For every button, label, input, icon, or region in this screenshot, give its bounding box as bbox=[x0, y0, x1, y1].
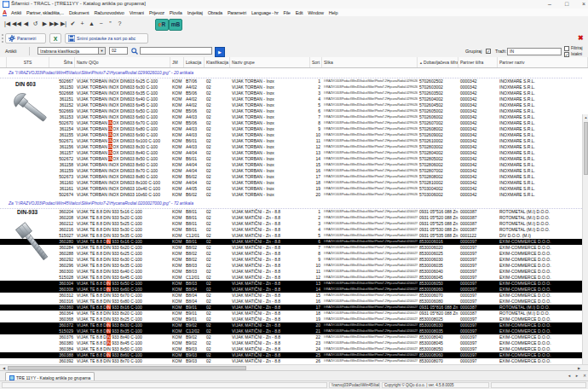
column-header-sort[interactable]: Sort bbox=[310, 57, 322, 67]
next-icon[interactable]: ▶ bbox=[40, 18, 49, 30]
artikli-tab-label[interactable]: Artikli bbox=[5, 49, 16, 54]
table-row[interactable]: 360212VIJAK TE 8.8 DIN 933 5x25 C-100KOM… bbox=[0, 221, 582, 227]
table-row[interactable]: 502674VIJAK TORBAN INOX DIN603 10x60 C-1… bbox=[0, 192, 582, 198]
table-row[interactable]: 360360VIJAK TE 8.8 DIN 933 8x16 C-100KOM… bbox=[0, 305, 582, 311]
column-header-naziv-qiqo[interactable]: Naziv QiQo bbox=[75, 57, 170, 67]
menu-item-artikli[interactable]: Artikli bbox=[11, 10, 21, 15]
column-header-slika[interactable]: Slika bbox=[322, 57, 418, 67]
table-row[interactable]: 502668VIJAK TORBAN INOX DIN603 6x35 C-10… bbox=[0, 90, 582, 96]
table-row[interactable]: 515029VIJAK TE 8.8 DIN 933 8x35 C-100KOM… bbox=[0, 328, 582, 334]
column-header-jm[interactable]: JM bbox=[170, 57, 184, 67]
table-row[interactable]: 515027VIJAK TE 8.8 DIN 933 5x35 C-100KOM… bbox=[0, 233, 582, 239]
close-panel-icon[interactable]: ✖ bbox=[578, 33, 584, 44]
menu-item-language-hr[interactable]: Language - hr bbox=[251, 10, 279, 15]
table-row[interactable]: 361158VIJAK TORBAN INOX DIN603 8x60 C-10… bbox=[0, 162, 582, 168]
table-row[interactable]: 502667VIJAK TORBAN INOX DIN603 6x25 C-10… bbox=[0, 78, 582, 84]
delete-icon[interactable]: − bbox=[96, 18, 106, 30]
menu-item-parametri[interactable]: Parametri bbox=[228, 10, 246, 15]
table-row[interactable]: 361160VIJAK TORBAN INOX DIN603 8x100 C-1… bbox=[0, 180, 582, 186]
menu-item-ra-unovodstvo[interactable]: Računovodstvo bbox=[94, 10, 124, 15]
table-row[interactable]: 361156VIJAK TORBAN INOX DIN603 8x30 C-10… bbox=[0, 144, 582, 150]
insert-icon[interactable]: + bbox=[78, 18, 87, 30]
minimize-button[interactable]: – bbox=[543, 0, 556, 9]
column-header-partner-naziv[interactable]: Partner naziv bbox=[498, 57, 588, 67]
table-row[interactable]: 361155VIJAK TORBAN INOX DIN603 6x90 C-10… bbox=[0, 132, 582, 138]
table-row[interactable]: 502671VIJAK TORBAN INOX DIN603 6x100 C-1… bbox=[0, 138, 582, 144]
trazi-input[interactable] bbox=[507, 48, 562, 55]
table-row[interactable]: 502669VIJAK TORBAN INOX DIN603 6x50 C-10… bbox=[0, 108, 582, 114]
horizontal-scrollbar[interactable]: ◀ ▶ bbox=[0, 364, 588, 370]
table-row[interactable]: 360368VIJAK TE 8.8 DIN 933 8x25 C-100KOM… bbox=[0, 316, 582, 322]
menu-item-plovila[interactable]: Plovila bbox=[170, 10, 182, 15]
table-row[interactable]: 360380VIJAK TE 8.8 DIN 933 8x45 C-100KOM… bbox=[0, 340, 582, 346]
er-button[interactable]: eR bbox=[155, 19, 169, 31]
column-header-lokacija[interactable]: Lokacija bbox=[184, 57, 205, 67]
table-row[interactable]: 360208VIJAK TE 8.8 DIN 933 5x20 C-100KOM… bbox=[0, 215, 582, 221]
column-header-dobavlja-eva-ifra-artikla[interactable]: ▲ Dobavljačeva šifra artikla bbox=[418, 57, 458, 67]
parametri-button[interactable]: Parametri bbox=[5, 33, 46, 44]
table-row[interactable]: 360304VIJAK TE 8.8 DIN 933 6x50 C-100KOM… bbox=[0, 281, 582, 287]
table-row[interactable]: 361152VIJAK TORBAN INOX DIN603 6x45 C-10… bbox=[0, 102, 582, 108]
first-icon[interactable]: |◀ bbox=[3, 18, 12, 30]
table-row[interactable]: 361157VIJAK TORBAN INOX DIN603 8x40 C-10… bbox=[0, 150, 582, 156]
menu-item-obrada[interactable]: Obrada bbox=[208, 10, 222, 15]
table-row[interactable]: 360392VIJAK TE 8.8 DIN 933 8x70 C-100KOM… bbox=[0, 358, 582, 364]
quick-search-input[interactable] bbox=[140, 47, 212, 55]
menu-item-izvje-taj[interactable]: Izvještaj bbox=[187, 10, 203, 15]
post-icon[interactable]: ✔ bbox=[68, 18, 78, 30]
search-icon[interactable] bbox=[131, 48, 138, 55]
prior-page-icon[interactable]: ◀◀ bbox=[12, 18, 21, 30]
last-icon[interactable]: ▶| bbox=[59, 18, 68, 30]
table-row[interactable]: 360388VIJAK TE 8.8 DIN 933 8x60 C-100KOM… bbox=[0, 352, 582, 358]
vertical-scrollbar[interactable]: ▲ ▼ bbox=[582, 114, 588, 389]
table-row[interactable]: 361159VIJAK TORBAN INOX DIN603 8x70 C-10… bbox=[0, 168, 582, 174]
table-row[interactable]: 360296VIJAK TE 8.8 DIN 933 6x35 C-100KOM… bbox=[0, 263, 582, 269]
table-row[interactable]: 361161VIJAK TORBAN INOX DIN603 10x40 C-1… bbox=[0, 186, 582, 192]
classification-code-input[interactable] bbox=[109, 47, 128, 55]
table-row[interactable]: 361150VIJAK TORBAN INOX DIN603 6x30 C-10… bbox=[0, 84, 582, 90]
go-button[interactable]: ▶ bbox=[215, 47, 225, 57]
table-row[interactable]: 360308VIJAK TE 8.8 DIN 933 6x60 C-100KOM… bbox=[0, 287, 582, 293]
refresh-icon[interactable]: ↺ bbox=[31, 18, 40, 30]
classification-select[interactable]: Izabrana klasifikacija bbox=[37, 47, 106, 55]
menu-item-partner-skladi-ta[interactable]: Partner, skladišta,... bbox=[26, 10, 64, 15]
tab-close-icon[interactable]: ✕ bbox=[581, 373, 588, 378]
table-row[interactable]: 515028VIJAK TE 8.8 DIN 933 6x45 C-100KOM… bbox=[0, 275, 582, 281]
scroll-up-icon[interactable]: ▲ bbox=[583, 115, 588, 120]
next-page-icon[interactable]: ▶▶ bbox=[49, 18, 59, 30]
chevron-down-icon[interactable]: ▼ bbox=[98, 47, 106, 55]
table-row[interactable]: 502672VIJAK TORBAN INOX DIN603 8x50 C-10… bbox=[0, 156, 582, 162]
table-row[interactable]: 360316VIJAK TE 8.8 DIN 933 6x80 C-100KOM… bbox=[0, 299, 582, 305]
table-row[interactable]: 360300VIJAK TE 8.8 DIN 933 6x40 C-100KOM… bbox=[0, 269, 582, 275]
tab-scroll-right-icon[interactable]: ▸ bbox=[574, 373, 580, 378]
tab-scroll-left-icon[interactable]: ◂ bbox=[566, 373, 573, 378]
menu-item-edit[interactable]: Edit bbox=[296, 10, 303, 15]
table-row[interactable]: 502673VIJAK TORBAN INOX DIN603 8x80 C-10… bbox=[0, 174, 582, 180]
column-header--ifra[interactable]: Šifra bbox=[49, 57, 75, 67]
table-row[interactable]: 360372VIJAK TE 8.8 DIN 933 8x30 C-100KOM… bbox=[0, 322, 582, 328]
menu-item-file[interactable]: File bbox=[284, 10, 291, 15]
mb-button[interactable]: mB bbox=[169, 19, 182, 31]
table-row[interactable]: 360204VIJAK TE 8.8 DIN 933 5x16 C-100KOM… bbox=[0, 209, 582, 215]
table-row[interactable]: 361151VIJAK TORBAN INOX DIN603 6x40 C-10… bbox=[0, 96, 582, 102]
column-header-partner-ifra[interactable]: Partner šifra bbox=[458, 57, 498, 67]
table-row[interactable]: 502670VIJAK TORBAN INOX DIN603 6x70 C-10… bbox=[0, 120, 582, 126]
table-row[interactable]: 360216VIJAK TE 8.8 DIN 933 5x30 C-100KOM… bbox=[0, 227, 582, 233]
menu-item-virmani[interactable]: Virmani bbox=[130, 10, 144, 15]
table-row[interactable]: 360292VIJAK TE 8.8 DIN 933 6x30 C-100KOM… bbox=[0, 257, 582, 263]
filtriraj-checkbox[interactable] bbox=[564, 46, 569, 51]
save-sort-button[interactable]: Snimi postavke za sort po abc bbox=[65, 33, 148, 44]
column-header-klasifikacija[interactable]: Klasifikacija bbox=[205, 57, 230, 67]
table-row[interactable]: 360312VIJAK TE 8.8 DIN 933 6x70 C-100KOM… bbox=[0, 293, 582, 299]
cancel-icon[interactable]: ” bbox=[106, 18, 115, 30]
grupiraj-checkbox[interactable]: ✓ bbox=[486, 49, 491, 54]
table-row[interactable]: 360280VIJAK TE 8.8 DIN 933 6x16 C-100KOM… bbox=[0, 239, 582, 245]
excel-export-button[interactable]: X bbox=[49, 33, 61, 44]
help-icon[interactable]: ? bbox=[115, 18, 124, 30]
table-row[interactable]: 361154VIJAK TORBAN INOX DIN603 6x80 C-10… bbox=[0, 126, 582, 132]
menu-item-prijevoz[interactable]: Prijevoz bbox=[149, 10, 164, 15]
table-row[interactable]: 361153VIJAK TORBAN INOX DIN603 6x60 C-10… bbox=[0, 114, 582, 120]
table-row[interactable]: 360364VIJAK TE 8.8 DIN 933 8x20 C-100KOM… bbox=[0, 311, 582, 316]
table-row[interactable]: 360288VIJAK TE 8.8 DIN 933 6x25 C-100KOM… bbox=[0, 251, 582, 257]
column-header-naziv-grupe[interactable]: Naziv grupe bbox=[230, 57, 310, 67]
